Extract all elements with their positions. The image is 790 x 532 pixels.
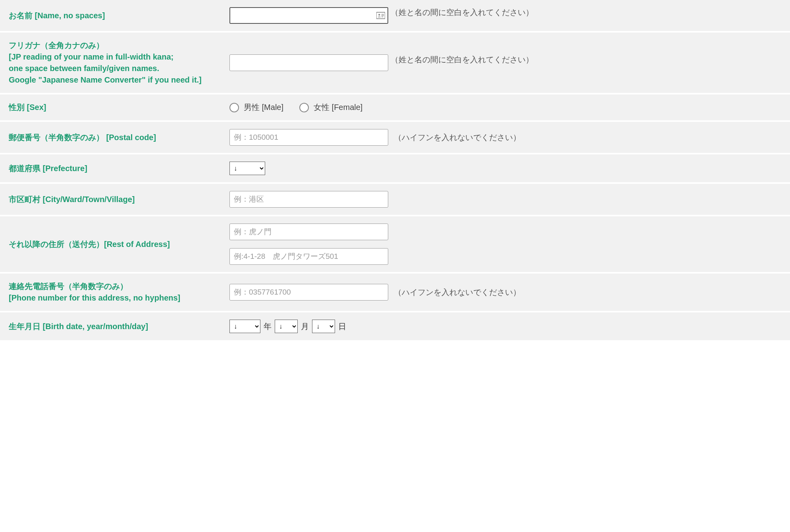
postal-hint: （ハイフンを入れないでください） bbox=[394, 132, 521, 143]
radio-male-label: 男性 [Male] bbox=[244, 102, 283, 113]
label-address: それ以降の住所（送付先）[Rest of Address] bbox=[0, 216, 222, 272]
registration-form: お名前 [Name, no spaces] （姓と名の間に空白を入れてください） bbox=[0, 0, 790, 342]
dob-day-unit: 日 bbox=[338, 321, 346, 332]
row-postal: 郵便番号（半角数字のみ） [Postal code] （ハイフンを入れないでくだ… bbox=[0, 122, 790, 154]
radio-female[interactable]: 女性 [Female] bbox=[299, 102, 362, 113]
dob-selects: ↓ 年 ↓ 月 ↓ 日 bbox=[229, 320, 346, 333]
svg-rect-4 bbox=[382, 17, 383, 17]
label-prefecture: 都道府県 [Prefecture] bbox=[0, 154, 222, 182]
label-sex: 性別 [Sex] bbox=[0, 94, 222, 120]
label-city-text: 市区町村 [City/Ward/Town/Village] bbox=[9, 194, 214, 205]
label-city: 市区町村 [City/Ward/Town/Village] bbox=[0, 184, 222, 215]
label-name: お名前 [Name, no spaces] bbox=[0, 0, 222, 31]
address-line2-input[interactable] bbox=[229, 248, 388, 265]
value-address bbox=[222, 216, 790, 272]
radio-female-label: 女性 [Female] bbox=[314, 102, 362, 113]
radio-circle-icon bbox=[299, 103, 309, 112]
prefecture-select[interactable]: ↓ bbox=[229, 162, 265, 175]
furigana-input[interactable] bbox=[229, 54, 388, 71]
label-address-text: それ以降の住所（送付先）[Rest of Address] bbox=[9, 239, 214, 250]
row-address: それ以降の住所（送付先）[Rest of Address] bbox=[0, 216, 790, 274]
row-city: 市区町村 [City/Ward/Town/Village] bbox=[0, 184, 790, 216]
label-furigana-l3: one space between family/given names. bbox=[9, 64, 159, 73]
dob-year-unit: 年 bbox=[264, 321, 272, 332]
sex-radio-group: 男性 [Male] 女性 [Female] bbox=[229, 102, 362, 113]
row-dob: 生年月日 [Birth date, year/month/day] ↓ 年 ↓ … bbox=[0, 312, 790, 342]
value-sex: 男性 [Male] 女性 [Female] bbox=[222, 94, 790, 120]
row-furigana: フリガナ（全角カナのみ） [JP reading of your name in… bbox=[0, 33, 790, 94]
radio-male[interactable]: 男性 [Male] bbox=[229, 102, 283, 113]
label-furigana-l4: Google "Japanese Name Converter" if you … bbox=[9, 75, 202, 84]
id-card-icon bbox=[376, 12, 385, 19]
label-furigana: フリガナ（全角カナのみ） [JP reading of your name in… bbox=[0, 33, 222, 93]
label-postal-text: 郵便番号（半角数字のみ） [Postal code] bbox=[9, 132, 214, 143]
row-phone: 連絡先電話番号（半角数字のみ） [Phone number for this a… bbox=[0, 274, 790, 312]
phone-input[interactable] bbox=[229, 284, 388, 301]
label-name-text: お名前 [Name, no spaces] bbox=[9, 10, 214, 21]
name-hint: （姓と名の間に空白を入れてください） bbox=[391, 7, 534, 18]
value-city bbox=[222, 184, 790, 215]
label-postal: 郵便番号（半角数字のみ） [Postal code] bbox=[0, 122, 222, 153]
row-prefecture: 都道府県 [Prefecture] ↓ bbox=[0, 154, 790, 184]
label-phone-l1: 連絡先電話番号（半角数字のみ） bbox=[9, 282, 128, 291]
row-sex: 性別 [Sex] 男性 [Male] 女性 [Female] bbox=[0, 94, 790, 122]
value-furigana: （姓と名の間に空白を入れてください） bbox=[222, 33, 790, 93]
dob-month-select[interactable]: ↓ bbox=[275, 320, 298, 333]
city-input[interactable] bbox=[229, 191, 388, 208]
furigana-hint: （姓と名の間に空白を入れてください） bbox=[391, 54, 534, 65]
name-input-wrap bbox=[229, 7, 388, 24]
svg-point-1 bbox=[378, 14, 380, 15]
address-line1-input[interactable] bbox=[229, 224, 388, 240]
postal-input[interactable] bbox=[229, 129, 388, 146]
name-input[interactable] bbox=[229, 7, 388, 24]
value-dob: ↓ 年 ↓ 月 ↓ 日 bbox=[222, 312, 790, 340]
dob-day-select[interactable]: ↓ bbox=[312, 320, 335, 333]
label-phone-l2: [Phone number for this address, no hyphe… bbox=[9, 293, 180, 302]
value-postal: （ハイフンを入れないでください） bbox=[222, 122, 790, 153]
phone-hint: （ハイフンを入れないでください） bbox=[394, 287, 521, 298]
row-name: お名前 [Name, no spaces] （姓と名の間に空白を入れてください） bbox=[0, 0, 790, 33]
svg-rect-2 bbox=[382, 14, 384, 14]
svg-rect-3 bbox=[382, 15, 384, 16]
value-phone: （ハイフンを入れないでください） bbox=[222, 274, 790, 311]
label-furigana-l2: [JP reading of your name in full-width k… bbox=[9, 52, 173, 61]
dob-year-select[interactable]: ↓ bbox=[229, 320, 260, 333]
label-dob-text: 生年月日 [Birth date, year/month/day] bbox=[9, 321, 214, 332]
label-furigana-l1: フリガナ（全角カナのみ） bbox=[9, 41, 104, 50]
label-prefecture-text: 都道府県 [Prefecture] bbox=[9, 163, 214, 174]
dob-month-unit: 月 bbox=[301, 321, 309, 332]
label-phone: 連絡先電話番号（半角数字のみ） [Phone number for this a… bbox=[0, 274, 222, 311]
radio-circle-icon bbox=[229, 103, 239, 112]
label-dob: 生年月日 [Birth date, year/month/day] bbox=[0, 312, 222, 340]
value-prefecture: ↓ bbox=[222, 154, 790, 182]
label-sex-text: 性別 [Sex] bbox=[9, 102, 214, 113]
value-name: （姓と名の間に空白を入れてください） bbox=[222, 0, 790, 31]
